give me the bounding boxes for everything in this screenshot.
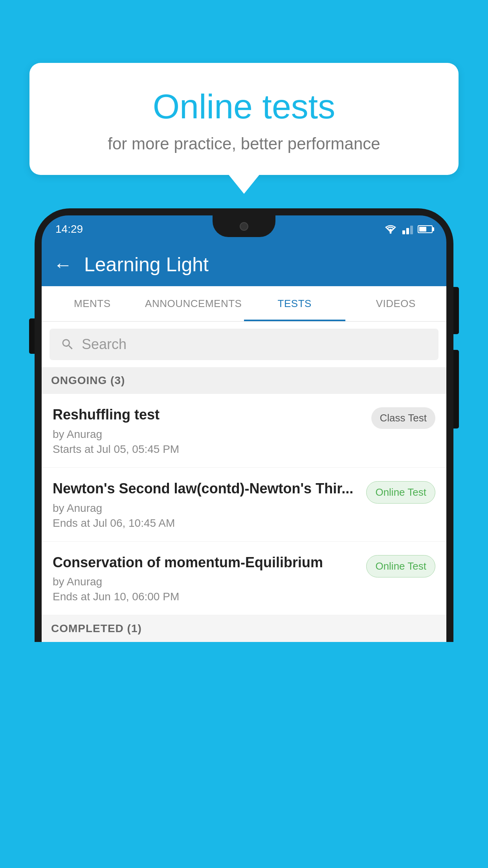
side-button-right-bottom: [453, 350, 459, 428]
signal-icon: [402, 224, 413, 234]
ongoing-section-header: ONGOING (3): [42, 367, 446, 394]
bubble-title: Online tests: [49, 86, 439, 127]
side-button-left: [29, 318, 35, 354]
tab-bar: MENTS ANNOUNCEMENTS TESTS VIDEOS: [42, 286, 446, 322]
tab-videos[interactable]: VIDEOS: [345, 286, 447, 321]
search-bar[interactable]: Search: [50, 329, 438, 360]
search-container: Search: [42, 322, 446, 367]
test-info-2: Newton's Second law(contd)-Newton's Thir…: [53, 480, 358, 530]
phone-mockup: 14:29: [35, 208, 453, 868]
app-bar: ← Learning Light: [42, 243, 446, 286]
test-author-2: by Anurag: [53, 502, 358, 515]
phone-screen: Search ONGOING (3) Reshuffling test by A…: [42, 322, 446, 642]
test-time-1: Starts at Jul 05, 05:45 PM: [53, 443, 363, 456]
status-bar: 14:29: [42, 215, 446, 243]
test-info-3: Conservation of momentum-Equilibrium by …: [53, 554, 358, 603]
test-item-3[interactable]: Conservation of momentum-Equilibrium by …: [42, 542, 446, 616]
test-badge-1: Class Test: [371, 407, 435, 429]
status-icons: [383, 224, 433, 234]
test-badge-3: Online Test: [366, 555, 435, 577]
svg-point-0: [390, 232, 392, 234]
test-time-2: Ends at Jul 06, 10:45 AM: [53, 517, 358, 530]
test-name-3: Conservation of momentum-Equilibrium: [53, 554, 358, 572]
signal-bar-2: [406, 228, 409, 234]
status-time: 14:29: [55, 223, 83, 235]
bubble-subtitle: for more practice, better performance: [49, 134, 439, 153]
test-list: Reshuffling test by Anurag Starts at Jul…: [42, 394, 446, 615]
battery-icon: [418, 225, 433, 233]
back-button[interactable]: ←: [53, 254, 72, 276]
tab-tests[interactable]: TESTS: [244, 286, 345, 321]
notch: [213, 215, 275, 237]
test-badge-2: Online Test: [366, 481, 435, 504]
test-info-1: Reshuffling test by Anurag Starts at Jul…: [53, 406, 363, 456]
app-title: Learning Light: [84, 253, 209, 276]
test-item-1[interactable]: Reshuffling test by Anurag Starts at Jul…: [42, 394, 446, 468]
tab-ments[interactable]: MENTS: [42, 286, 143, 321]
test-time-3: Ends at Jun 10, 06:00 PM: [53, 590, 358, 603]
search-icon: [61, 337, 75, 351]
signal-bar-1: [402, 230, 405, 234]
test-name-2: Newton's Second law(contd)-Newton's Thir…: [53, 480, 358, 498]
test-name-1: Reshuffling test: [53, 406, 363, 424]
battery-fill: [419, 227, 426, 232]
phone-outer: 14:29: [35, 208, 453, 642]
completed-section-header: COMPLETED (1): [42, 615, 446, 642]
side-button-right-top: [453, 287, 459, 334]
tab-announcements[interactable]: ANNOUNCEMENTS: [143, 286, 244, 321]
test-item-2[interactable]: Newton's Second law(contd)-Newton's Thir…: [42, 468, 446, 542]
signal-bar-3: [410, 226, 413, 234]
speech-bubble: Online tests for more practice, better p…: [29, 63, 459, 175]
test-author-3: by Anurag: [53, 576, 358, 588]
search-placeholder: Search: [82, 336, 127, 353]
wifi-icon: [383, 224, 398, 234]
camera: [240, 222, 248, 231]
test-author-1: by Anurag: [53, 428, 363, 441]
